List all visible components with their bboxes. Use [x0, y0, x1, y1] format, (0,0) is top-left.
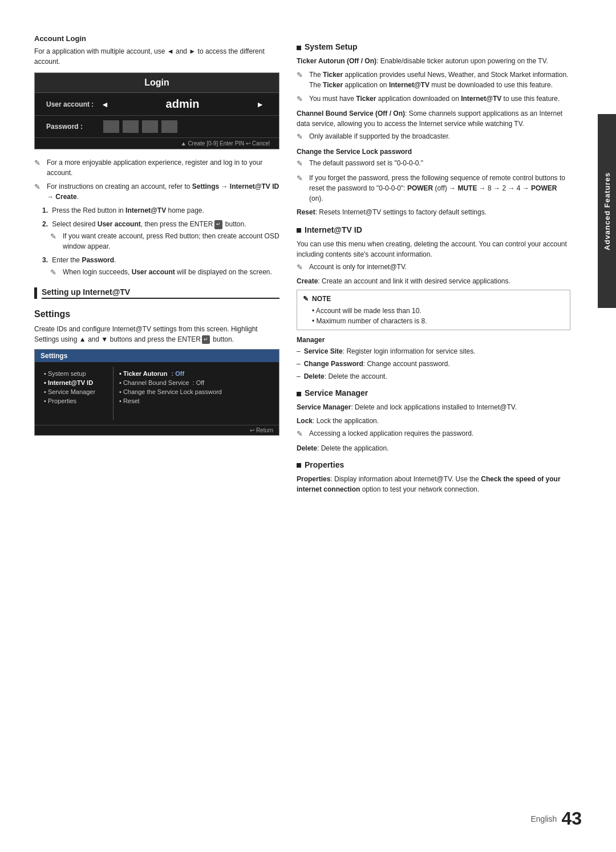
pencil-icon-3: ✎ [50, 231, 60, 242]
note-box: ✎ NOTE • Account will be made less than … [297, 290, 570, 330]
step-2-num: 2. [42, 220, 48, 228]
account-login-body: For a application with multiple account,… [34, 46, 279, 67]
pencil-icon-11: ✎ [303, 294, 309, 305]
create-heading: Create: Create an account and link it wi… [297, 276, 570, 286]
internet-tv-id-title: Internet@TV ID [305, 225, 362, 234]
reset-heading: Reset: Resets Internet@TV settings to fa… [297, 207, 570, 217]
note-item-2: ✎ For instructions on creating an accoun… [34, 181, 279, 202]
page-number: 43 [561, 808, 582, 829]
lock-heading: Lock: Lock the application. [297, 416, 570, 426]
properties-heading-bar: Properties [297, 460, 570, 469]
password-dot-4 [161, 120, 177, 133]
page-footer: English 43 [530, 808, 582, 829]
channel-bound-note-text: Only available if supported by the broad… [309, 131, 570, 141]
content-area: Account Login For a application with mul… [34, 34, 582, 494]
step-3-num: 3. [42, 256, 48, 264]
pencil-icon-9: ✎ [297, 173, 307, 184]
pencil-icon-2: ✎ [34, 181, 44, 193]
lock-note: ✎ Accessing a locked application require… [297, 428, 570, 440]
settings-right-item-4: • Reset [119, 396, 269, 405]
internet-tv-id-note-text: Account is only for internet@TV. [309, 262, 570, 272]
settings-intro: Create IDs and configure Internet@TV set… [34, 324, 279, 344]
service-manager-heading-bar: Service Manager [297, 388, 570, 397]
channel-bound-heading: Channel Bound Service (Off / On): Some c… [297, 108, 570, 129]
dash-icon-2: – [297, 359, 301, 369]
password-dot-1 [103, 120, 119, 133]
password-dot-3 [142, 120, 158, 133]
step-1-num: 1. [42, 206, 48, 214]
settings-right-panel: • Ticker Autorun : Off • Channel Bound S… [114, 367, 274, 420]
internet-tv-id-heading-bar: Internet@TV ID [297, 225, 570, 234]
internet-tv-id-body: You can use this menu when creating, del… [297, 239, 570, 259]
note-text-1: For a more enjoyable application experie… [47, 157, 279, 178]
change-password-note-text-2: If you forget the password, press the fo… [309, 173, 570, 204]
note-text-2: For instructions on creating an account,… [47, 181, 279, 202]
side-tab-label: Advanced Features [603, 172, 611, 250]
pencil-icon-7: ✎ [297, 131, 307, 143]
settings-left-item-2: • Internet@TV ID [44, 378, 108, 387]
user-account-row: User account : ◄ admin ► [35, 93, 279, 116]
enter-icon-1: ↵ [214, 220, 222, 229]
bullet-square-icon-2 [297, 228, 301, 233]
channel-bound-note: ✎ Only available if supported by the bro… [297, 131, 570, 143]
pencil-icon-1: ✎ [34, 157, 44, 169]
right-arrow-icon: ► [256, 100, 264, 109]
note-box-title: ✎ NOTE [303, 294, 564, 305]
settings-left-item-3: • Service Manager [44, 387, 108, 396]
note-box-item-1: • Account will be made less than 10. [312, 306, 564, 316]
enter-icon-2: ↵ [202, 335, 210, 344]
pencil-icon-6: ✎ [297, 94, 307, 105]
pencil-icon-10: ✎ [297, 262, 307, 273]
language-label: English [530, 814, 557, 823]
ticker-note-text-1: The Ticker application provides useful N… [309, 70, 570, 90]
system-setup-heading-bar: System Setup [297, 42, 570, 51]
change-password-note-2: ✎ If you forget the password, press the … [297, 173, 570, 204]
delete-heading: Delete: Delete the application. [297, 443, 570, 453]
pencil-icon-4: ✎ [50, 267, 60, 278]
right-column: System Setup Ticker Autorun (Off / On): … [297, 34, 570, 494]
step-2: 2. Select desired User account, then pre… [42, 219, 279, 251]
user-account-label: User account : [46, 100, 98, 108]
settings-left-item-4: • Properties [44, 396, 108, 405]
settings-right-item-1: • Ticker Autorun : Off [119, 369, 269, 378]
settings-heading: Settings [34, 309, 279, 319]
ticker-note-1: ✎ The Ticker application provides useful… [297, 70, 570, 90]
login-ui-box: Login User account : ◄ admin ► Password … [34, 72, 279, 149]
settings-left-item-1: • System setup [44, 369, 108, 378]
password-dots [103, 120, 177, 133]
password-row: Password : [35, 116, 279, 137]
setting-up-title: Setting up Internet@TV [42, 287, 279, 299]
side-tab: Advanced Features [598, 114, 616, 308]
step-2-note: ✎ If you want create account, press Red … [50, 231, 279, 251]
manager-item-1: – Service Site: Register login informati… [297, 346, 570, 356]
settings-right-item-3: • Change the Service Lock password [119, 387, 269, 396]
login-footer: ▲ Create [0-9] Enter PIN ↩ Cancel [35, 137, 279, 149]
service-manager-body: Service Manager: Delete and lock applica… [297, 402, 570, 412]
service-manager-title: Service Manager [305, 388, 368, 397]
manager-heading: Manager [297, 336, 570, 344]
pencil-icon-12: ✎ [297, 428, 307, 440]
settings-footer: ↩ Return [35, 425, 279, 435]
change-password-note-text-1: The default password set is "0-0-0-0." [309, 158, 570, 168]
left-arrow-icon: ◄ [101, 100, 109, 109]
left-column: Account Login For a application with mul… [34, 34, 279, 494]
note-box-item-2: • Maximum number of characters is 8. [312, 316, 564, 326]
password-dot-2 [123, 120, 139, 133]
user-account-value: admin [112, 98, 253, 111]
divider-bar [34, 287, 37, 299]
step-3-note: ✎ When login succeeds, User account will… [50, 267, 279, 278]
ticker-note-2: ✎ You must have Ticker application downl… [297, 94, 570, 105]
settings-box-title: Settings [35, 350, 279, 362]
account-login-title: Account Login [34, 34, 279, 43]
pencil-icon-5: ✎ [297, 70, 307, 81]
ticker-note-text-2: You must have Ticker application downloa… [309, 94, 570, 104]
manager-item-2: – Change Password: Change account passwo… [297, 359, 570, 369]
change-password-heading: Change the Service Lock password [297, 148, 570, 156]
properties-title: Properties [305, 460, 344, 469]
bullet-square-icon-4 [297, 463, 301, 468]
password-label: Password : [46, 123, 98, 131]
settings-box-content: • System setup • Internet@TV ID • Servic… [35, 362, 279, 425]
bullet-square-icon [297, 46, 301, 50]
numbered-steps: 1. Press the Red button in Internet@TV h… [42, 205, 279, 278]
dash-icon-1: – [297, 346, 301, 356]
